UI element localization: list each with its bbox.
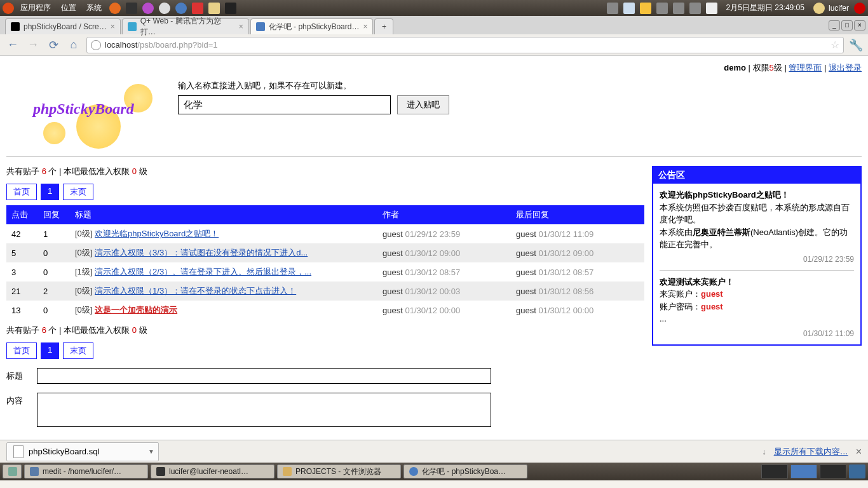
- clock[interactable]: 2月5日星期日 23:49:05: [721, 3, 810, 13]
- terminal-icon[interactable]: [126, 3, 137, 14]
- admin-link[interactable]: 管理界面: [789, 63, 822, 72]
- os-menu-places[interactable]: 位置: [57, 3, 80, 13]
- browser-toolbar: ← → ⟳ ⌂ localhost/psb/board.php?bid=1 ☆ …: [0, 34, 868, 56]
- tab-qplus[interactable]: Q+ Web - 腾讯官方为您打… ×: [122, 18, 249, 34]
- bookmark-star-icon[interactable]: ☆: [831, 39, 839, 51]
- board-search-input[interactable]: [178, 95, 391, 114]
- chrome-icon[interactable]: [175, 3, 187, 14]
- firefox-icon[interactable]: [109, 3, 121, 14]
- home-button[interactable]: ⌂: [66, 37, 81, 53]
- col-title: 标题: [70, 205, 377, 224]
- tab-title: 化学吧 - phpStickyBoard…: [269, 22, 360, 32]
- volume-icon[interactable]: [673, 3, 684, 14]
- pager-current-button[interactable]: 1: [41, 184, 59, 200]
- table-row: 130[0级] 这是一个加壳贴的演示guest 01/30/12 00:00gu…: [6, 301, 644, 320]
- pager-last-button[interactable]: 末页: [63, 342, 93, 359]
- downloads-close-icon[interactable]: ×: [856, 446, 862, 458]
- envelope-icon[interactable]: [706, 3, 717, 14]
- browser-tab-strip: phpStickyBoard / Scre… × Q+ Web - 腾讯官方为您…: [0, 16, 868, 34]
- battery-icon[interactable]: [689, 3, 701, 14]
- table-row: 30[1级] 演示准入权限（2/3）。请在登录下进入。然后退出登录，...gue…: [6, 262, 644, 281]
- window-maximize-button[interactable]: □: [841, 20, 853, 30]
- warning-icon[interactable]: [640, 3, 651, 14]
- logout-link[interactable]: 退出登录: [829, 63, 862, 72]
- download-item[interactable]: phpStickyBoard.sql ▼: [6, 442, 159, 461]
- workspace-3[interactable]: [820, 464, 846, 478]
- enter-board-button[interactable]: 进入贴吧: [397, 95, 449, 114]
- network-icon[interactable]: [656, 3, 668, 14]
- pager-current-button[interactable]: 1: [41, 342, 59, 359]
- dropdown-icon[interactable]: ▼: [148, 448, 154, 455]
- forward-button[interactable]: →: [25, 37, 41, 53]
- window-minimize-button[interactable]: _: [829, 20, 840, 30]
- os-menu-system[interactable]: 系统: [83, 3, 105, 13]
- taskbar-item-browser[interactable]: 化学吧 - phpStickyBoa…: [403, 464, 527, 478]
- show-desktop-button[interactable]: [3, 464, 22, 478]
- pager-top: 首页 1 末页: [6, 184, 644, 200]
- window-close-button[interactable]: ×: [854, 20, 865, 30]
- tab-close-icon[interactable]: ×: [239, 22, 243, 31]
- search-hint: 输入名称直接进入贴吧，如果不存在可以新建。: [178, 80, 449, 92]
- pager-first-button[interactable]: 首页: [6, 342, 37, 359]
- tab-sf[interactable]: phpStickyBoard / Scre… ×: [5, 18, 121, 34]
- new-tab-button[interactable]: +: [374, 18, 393, 34]
- tab-close-icon[interactable]: ×: [111, 22, 115, 31]
- username[interactable]: lucifer: [829, 4, 849, 13]
- power-icon[interactable]: [854, 3, 865, 14]
- site-logo[interactable]: phpStickyBoard: [25, 79, 159, 142]
- url-path: /psb/board.php?bid=1: [137, 40, 217, 50]
- file-icon: [13, 445, 24, 458]
- taskbar-item-terminal[interactable]: lucifer@lucifer-neoatl…: [151, 464, 275, 478]
- ubuntu-logo-icon[interactable]: [3, 3, 14, 14]
- workspace-2[interactable]: [790, 464, 817, 478]
- post-title-link[interactable]: 欢迎光临phpStickyBoard之贴吧！: [95, 229, 219, 238]
- notice1-line1: 本系统仿照但不抄袭百度贴吧，本系统的形成源自百度化学吧。: [660, 201, 854, 226]
- tab-title: phpStickyBoard / Scre…: [24, 22, 107, 31]
- post-title-link[interactable]: 这是一个加壳贴的演示: [95, 305, 177, 315]
- address-bar[interactable]: localhost/psb/board.php?bid=1 ☆: [86, 37, 844, 53]
- tab-current[interactable]: 化学吧 - phpStickyBoard… ×: [250, 18, 374, 34]
- taskbar-item-medit[interactable]: medit - /home/lucifer/…: [24, 464, 148, 478]
- mail-tray-icon[interactable]: [623, 3, 635, 14]
- notice2-line1: 来宾账户：guest: [660, 288, 854, 301]
- orca-icon[interactable]: [225, 3, 236, 14]
- workspace-1[interactable]: [761, 464, 788, 478]
- user-info-bar: demo | 权限5级 | 管理界面 | 退出登录: [6, 60, 862, 76]
- os-menu-apps[interactable]: 应用程序: [17, 3, 55, 13]
- sf-favicon-icon: [11, 22, 20, 31]
- post-title-link[interactable]: 演示准入权限（3/3）：请试图在没有登录的情况下进入d...: [95, 248, 308, 257]
- user-icon[interactable]: [813, 3, 825, 14]
- camera-icon[interactable]: [607, 3, 618, 14]
- trash-icon[interactable]: [849, 464, 865, 478]
- os-taskbar: medit - /home/lucifer/… lucifer@lucifer-…: [0, 463, 868, 480]
- pidgin-icon[interactable]: [142, 3, 154, 14]
- notice1-timestamp: 01/29/12 23:59: [660, 254, 854, 265]
- download-bar: phpStickyBoard.sql ▼ ↓ 显示所有下载内容… ×: [0, 440, 868, 463]
- tab-close-icon[interactable]: ×: [363, 22, 367, 31]
- reload-button[interactable]: ⟳: [46, 37, 61, 53]
- col-replies: 回复: [38, 205, 70, 224]
- post-content-label: 内容: [6, 393, 28, 427]
- tab-title: Q+ Web - 腾讯官方为您打…: [140, 16, 235, 37]
- notes-icon[interactable]: [208, 3, 220, 14]
- post-title-link[interactable]: 演示准入权限（1/3）：请在不登录的状态下点击进入！: [95, 286, 296, 295]
- pager-first-button[interactable]: 首页: [6, 184, 37, 200]
- post-title-input[interactable]: [37, 368, 491, 384]
- col-last: 最后回复: [511, 205, 644, 224]
- taskbar-item-files[interactable]: PROJECTS - 文件浏览器: [277, 464, 401, 478]
- show-all-downloads-link[interactable]: 显示所有下载内容…: [774, 446, 848, 458]
- download-arrow-icon: ↓: [762, 447, 766, 456]
- page-favicon-icon: [256, 22, 265, 31]
- disc-icon[interactable]: [159, 3, 170, 14]
- page-content: demo | 权限5级 | 管理界面 | 退出登录 phpStickyBoard…: [0, 56, 868, 440]
- url-host: localhost: [105, 40, 137, 50]
- pager-last-button[interactable]: 末页: [63, 184, 93, 200]
- post-title-link[interactable]: 演示准入权限（2/3）。请在登录下进入。然后退出登录，...: [95, 267, 311, 276]
- back-button[interactable]: ←: [5, 37, 20, 53]
- post-content-textarea[interactable]: [37, 393, 491, 427]
- pen-icon[interactable]: [192, 3, 203, 14]
- globe-icon: [91, 40, 101, 50]
- settings-wrench-icon[interactable]: 🔧: [849, 38, 863, 52]
- notice-panel: 公告区 欢迎光临phpStickyBoard之贴吧！ 本系统仿照但不抄袭百度贴吧…: [652, 166, 862, 346]
- notice1-line2: 本系统由尼奥亚特兰蒂斯(NeoAtlantis)创建。它的功能正在完善中。: [660, 226, 854, 251]
